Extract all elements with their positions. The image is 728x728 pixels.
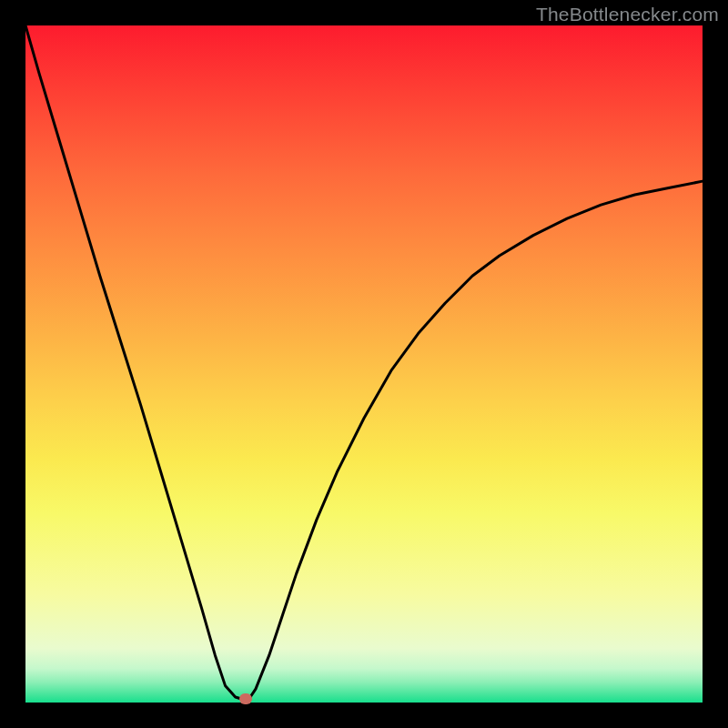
- bottleneck-curve: [25, 25, 703, 703]
- chart-frame: TheBottlenecker.com: [0, 0, 728, 728]
- optimum-marker: [239, 693, 252, 704]
- watermark-text: TheBottlenecker.com: [536, 4, 719, 25]
- plot-area: [25, 25, 703, 703]
